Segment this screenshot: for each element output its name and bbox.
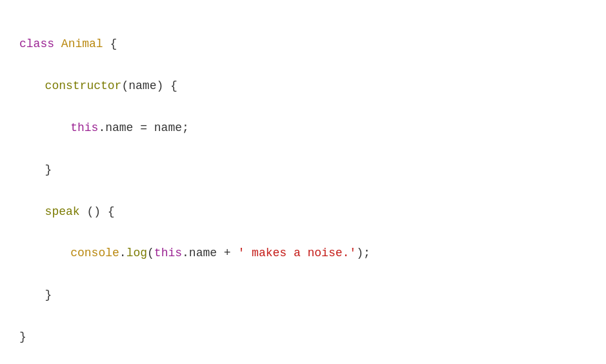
token-keyword-purple: class <box>19 37 54 50</box>
code-line <box>19 97 587 117</box>
code-line: } <box>19 159 587 180</box>
token-plain: ) { <box>156 79 177 92</box>
code-line: speak () { <box>19 201 587 222</box>
token-plain: ( <box>121 79 128 92</box>
code-line: class Animal { <box>19 34 587 54</box>
code-line: console.log(this.name + ' makes a noise.… <box>19 243 587 263</box>
token-plain: . <box>119 247 126 259</box>
code-line <box>19 55 587 76</box>
token-plain: () { <box>80 205 115 218</box>
token-param: name <box>128 79 156 92</box>
token-plain: } <box>45 288 52 301</box>
token-plain: } <box>19 330 26 343</box>
token-plain: .name + <box>182 247 237 259</box>
token-plain <box>54 37 61 50</box>
code-line: } <box>19 327 587 347</box>
code-line <box>19 264 587 285</box>
code-line: constructor(name) { <box>19 76 587 96</box>
token-class-name: Animal <box>61 37 103 50</box>
code-line <box>19 305 587 326</box>
code-line <box>19 347 587 364</box>
code-line: } <box>19 285 587 305</box>
code-line <box>19 138 587 159</box>
token-plain: ( <box>147 247 154 259</box>
token-keyword-purple: this <box>154 247 182 259</box>
token-plain: } <box>45 163 52 176</box>
token-plain: { <box>103 37 117 50</box>
token-plain: .name = name; <box>98 121 188 134</box>
code-editor: class Animal { constructor(name) { this.… <box>19 13 587 364</box>
code-line <box>19 180 587 201</box>
token-string: ' makes a noise.' <box>237 247 356 259</box>
token-method-name: constructor <box>45 79 122 92</box>
code-line <box>19 222 587 243</box>
token-method-name: speak <box>45 205 80 218</box>
token-console-obj: console <box>70 247 119 259</box>
code-line: this.name = name; <box>19 117 587 138</box>
token-log-method: log <box>126 247 147 259</box>
token-keyword-purple: this <box>70 121 98 134</box>
token-plain: ); <box>356 247 370 259</box>
